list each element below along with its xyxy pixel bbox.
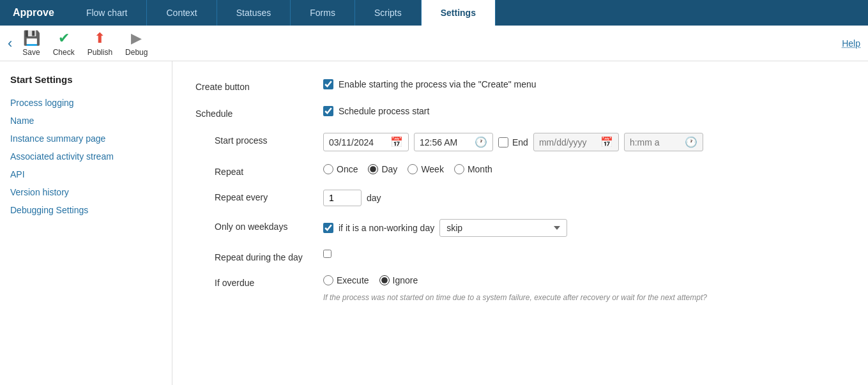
end-label-wrapper: End bbox=[498, 137, 528, 147]
debug-button[interactable]: ▶ Debug bbox=[125, 30, 148, 57]
nav-tabs: Flow chart Context Statuses Forms Script… bbox=[67, 0, 868, 26]
sidebar-item-api[interactable]: API bbox=[10, 165, 162, 183]
overdue-execute-radio[interactable] bbox=[323, 275, 333, 285]
tab-scripts[interactable]: Scripts bbox=[355, 0, 422, 26]
repeat-every-label: Repeat every bbox=[215, 190, 323, 202]
overdue-hint: If the process was not started on time d… bbox=[323, 293, 707, 302]
tab-forms[interactable]: Forms bbox=[291, 0, 355, 26]
if-overdue-row: If overdue Execute Ignore If the process… bbox=[195, 275, 845, 302]
repeat-month-label: Month bbox=[468, 164, 492, 174]
repeat-week-label: Week bbox=[421, 164, 444, 174]
weekdays-select[interactable]: skip execute move to next day bbox=[439, 219, 567, 237]
schedule-row: Schedule Schedule process start bbox=[195, 106, 845, 119]
repeat-week-option[interactable]: Week bbox=[407, 164, 444, 174]
weekdays-control: if it is a non-working day skip execute … bbox=[323, 219, 845, 237]
repeat-once-label: Once bbox=[337, 164, 358, 174]
tab-statuses[interactable]: Statuses bbox=[217, 0, 291, 26]
clock-icon: 🕐 bbox=[475, 136, 487, 148]
schedule-label: Schedule bbox=[195, 106, 323, 119]
repeat-once-radio[interactable] bbox=[323, 164, 333, 174]
toolbar: ‹ 💾 Save ✔ Check ⬆ Publish ▶ Debug Help bbox=[0, 26, 868, 61]
repeat-month-option[interactable]: Month bbox=[454, 164, 492, 174]
repeat-radio-group: Once Day Week Month bbox=[323, 164, 492, 174]
repeat-every-unit: day bbox=[367, 193, 381, 203]
if-overdue-control: Execute Ignore If the process was not st… bbox=[323, 275, 845, 302]
sidebar-item-version-history[interactable]: Version history bbox=[10, 183, 162, 201]
back-button[interactable]: ‹ bbox=[8, 35, 12, 52]
sidebar-item-activity-stream[interactable]: Associated activity stream bbox=[10, 147, 162, 165]
if-overdue-label: If overdue bbox=[215, 275, 323, 288]
create-button-control: Enable starting the process via the "Cre… bbox=[323, 79, 845, 89]
save-button[interactable]: 💾 Save bbox=[22, 30, 40, 57]
tab-context[interactable]: Context bbox=[147, 0, 217, 26]
debug-icon: ▶ bbox=[131, 30, 142, 47]
help-link[interactable]: Help bbox=[842, 38, 860, 49]
debug-label: Debug bbox=[125, 48, 148, 57]
main-content: Create button Enable starting the proces… bbox=[172, 61, 868, 385]
publish-icon: ⬆ bbox=[94, 30, 105, 47]
overdue-execute-option[interactable]: Execute bbox=[323, 275, 369, 285]
end-time-input[interactable]: 🕐 bbox=[624, 133, 703, 151]
overdue-ignore-label: Ignore bbox=[393, 275, 418, 285]
start-date-input[interactable]: 📅 bbox=[323, 133, 409, 151]
repeat-during-day-control bbox=[323, 250, 845, 258]
sidebar-item-instance-summary[interactable]: Instance summary page bbox=[10, 130, 162, 147]
repeat-once-option[interactable]: Once bbox=[323, 164, 358, 174]
repeat-every-input[interactable] bbox=[323, 190, 362, 206]
repeat-every-input-wrapper: day bbox=[323, 190, 381, 206]
overdue-ignore-option[interactable]: Ignore bbox=[379, 275, 418, 285]
toolbar-actions: 💾 Save ✔ Check ⬆ Publish ▶ Debug bbox=[22, 30, 148, 57]
repeat-day-radio[interactable] bbox=[368, 164, 378, 174]
publish-button[interactable]: ⬆ Publish bbox=[88, 30, 112, 57]
sidebar-item-debugging[interactable]: Debugging Settings bbox=[10, 201, 162, 219]
main-layout: Start Settings Process logging Name Inst… bbox=[0, 61, 868, 385]
weekdays-checkbox[interactable] bbox=[323, 223, 333, 233]
check-icon: ✔ bbox=[58, 30, 70, 47]
repeat-label: Repeat bbox=[215, 164, 323, 177]
end-date-field[interactable] bbox=[539, 137, 597, 147]
top-nav: Approve Flow chart Context Statuses Form… bbox=[0, 0, 868, 26]
schedule-control: Schedule process start bbox=[323, 106, 845, 116]
sidebar-item-process-logging[interactable]: Process logging bbox=[10, 94, 162, 112]
create-button-checkbox-wrapper: Enable starting the process via the "Cre… bbox=[323, 79, 537, 89]
repeat-day-label: Day bbox=[381, 164, 397, 174]
repeat-during-day-label: Repeat during the day bbox=[215, 250, 323, 262]
save-label: Save bbox=[22, 48, 40, 57]
weekdays-checkbox-label: if it is a non-working day bbox=[339, 223, 434, 233]
if-overdue-radio-group: Execute Ignore bbox=[323, 275, 418, 285]
start-date-field[interactable] bbox=[329, 137, 386, 147]
repeat-day-option[interactable]: Day bbox=[368, 164, 397, 174]
schedule-checkbox[interactable] bbox=[323, 106, 333, 116]
end-date-input[interactable]: 📅 bbox=[533, 133, 619, 151]
repeat-every-control: day bbox=[323, 190, 845, 206]
end-checkbox[interactable] bbox=[498, 137, 508, 147]
repeat-control: Once Day Week Month bbox=[323, 164, 845, 174]
tab-settings[interactable]: Settings bbox=[422, 0, 496, 26]
overdue-execute-label: Execute bbox=[337, 275, 369, 285]
repeat-during-day-row: Repeat during the day bbox=[195, 250, 845, 262]
check-button[interactable]: ✔ Check bbox=[53, 30, 75, 57]
create-button-checkbox-label: Enable starting the process via the "Cre… bbox=[339, 79, 537, 89]
repeat-during-day-checkbox[interactable] bbox=[323, 250, 331, 258]
tab-flow-chart[interactable]: Flow chart bbox=[67, 0, 148, 26]
repeat-row: Repeat Once Day Week bbox=[195, 164, 845, 177]
repeat-week-radio[interactable] bbox=[407, 164, 418, 174]
sidebar-item-name[interactable]: Name bbox=[10, 112, 162, 130]
overdue-ignore-radio[interactable] bbox=[379, 275, 390, 285]
start-time-field[interactable] bbox=[420, 137, 471, 147]
weekdays-label: Only on weekdays bbox=[215, 219, 323, 232]
schedule-checkbox-wrapper: Schedule process start bbox=[323, 106, 429, 116]
end-label-text: End bbox=[512, 137, 528, 147]
calendar-icon: 📅 bbox=[390, 136, 403, 148]
end-time-field[interactable] bbox=[630, 137, 681, 147]
end-calendar-icon: 📅 bbox=[600, 136, 613, 148]
sidebar: Start Settings Process logging Name Inst… bbox=[0, 61, 172, 385]
schedule-checkbox-label: Schedule process start bbox=[339, 106, 429, 116]
end-clock-icon: 🕐 bbox=[685, 136, 697, 148]
start-time-input[interactable]: 🕐 bbox=[414, 133, 493, 151]
app-title: Approve bbox=[0, 0, 67, 26]
create-button-row: Create button Enable starting the proces… bbox=[195, 79, 845, 92]
publish-label: Publish bbox=[88, 48, 112, 57]
repeat-month-radio[interactable] bbox=[454, 164, 464, 174]
create-button-checkbox[interactable] bbox=[323, 79, 333, 89]
